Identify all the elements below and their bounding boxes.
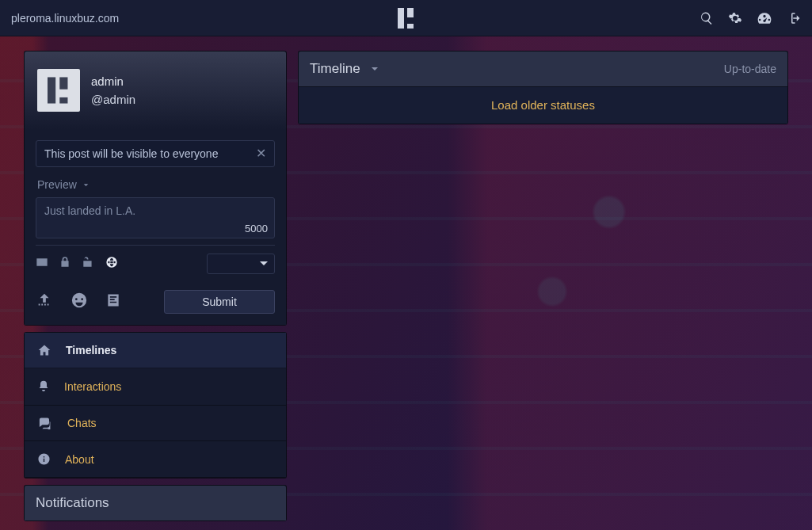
svg-rect-3 <box>48 77 55 103</box>
home-icon <box>37 344 51 357</box>
user-card[interactable]: admin @admin <box>25 51 286 129</box>
nav-label: Timelines <box>66 344 116 357</box>
notifications-header: Notifications <box>25 486 286 520</box>
compose-action-icons <box>36 292 121 312</box>
gauge-icon[interactable] <box>757 11 772 25</box>
instance-logo[interactable] <box>398 8 415 29</box>
post-composer: This post will be visible to everyone ✕ … <box>25 129 286 325</box>
char-counter: 5000 <box>245 223 268 234</box>
svg-rect-1 <box>407 8 414 17</box>
svg-rect-4 <box>59 77 67 89</box>
scope-row <box>36 245 275 274</box>
main-content: admin @admin This post will be visible t… <box>0 36 812 530</box>
topbar-actions <box>700 11 801 25</box>
compose-textarea[interactable] <box>36 198 274 234</box>
unlock-icon[interactable] <box>82 256 94 272</box>
left-column: admin @admin This post will be visible t… <box>24 51 287 516</box>
chats-icon <box>37 417 53 429</box>
user-names: admin @admin <box>91 74 135 106</box>
timeline-status: Up-to-date <box>724 63 776 75</box>
avatar <box>37 69 80 112</box>
timeline-title-text: Timeline <box>310 61 360 77</box>
search-icon[interactable] <box>700 11 714 25</box>
user-compose-panel: admin @admin This post will be visible t… <box>24 51 287 326</box>
globe-icon[interactable] <box>105 256 118 272</box>
compose-actions: Submit <box>36 290 275 314</box>
close-icon[interactable]: ✕ <box>256 147 266 160</box>
gear-icon[interactable] <box>728 11 742 25</box>
lock-icon[interactable] <box>59 256 71 272</box>
timeline-header: Timeline Up-to-date <box>299 51 787 86</box>
nav-item-interactions[interactable]: Interactions <box>25 368 286 406</box>
chevron-down-icon <box>368 63 381 75</box>
preview-toggle[interactable]: Preview <box>37 178 273 191</box>
load-older-label: Load older statuses <box>491 98 595 112</box>
submit-button[interactable]: Submit <box>164 290 275 314</box>
user-handle: @admin <box>91 93 135 106</box>
chevron-down-icon <box>82 181 90 189</box>
nav-panel: Timelines Interactions Chats About <box>24 332 287 479</box>
envelope-icon[interactable] <box>36 257 48 271</box>
svg-rect-2 <box>407 24 414 29</box>
svg-rect-0 <box>398 8 404 29</box>
nav-label: About <box>65 453 94 466</box>
bell-icon <box>37 379 50 394</box>
svg-rect-5 <box>59 97 67 104</box>
upload-icon[interactable] <box>36 292 53 312</box>
user-display-name: admin <box>91 74 135 88</box>
load-older-button[interactable]: Load older statuses <box>299 86 787 124</box>
nav-label: Chats <box>67 417 97 429</box>
nav-item-about[interactable]: About <box>25 441 286 478</box>
site-title[interactable]: pleroma.linuxbuz.com <box>11 12 119 25</box>
preview-label: Preview <box>37 178 77 191</box>
right-column: Timeline Up-to-date Load older statuses <box>298 51 788 516</box>
visibility-notice: This post will be visible to everyone ✕ <box>36 140 275 167</box>
poll-icon[interactable] <box>105 292 121 312</box>
language-select[interactable] <box>207 254 275 274</box>
timeline-panel: Timeline Up-to-date Load older statuses <box>298 51 788 124</box>
compose-text-wrap: 5000 <box>36 197 275 238</box>
nav-item-chats[interactable]: Chats <box>25 406 286 441</box>
timeline-title[interactable]: Timeline <box>310 61 381 77</box>
notifications-panel: Notifications <box>24 485 287 521</box>
logout-icon[interactable] <box>787 11 801 25</box>
visibility-notice-text: This post will be visible to everyone <box>44 147 218 160</box>
emoji-icon[interactable] <box>71 292 88 312</box>
nav-label: Interactions <box>64 380 121 393</box>
top-nav: pleroma.linuxbuz.com <box>0 0 812 36</box>
nav-item-timelines[interactable]: Timelines <box>25 333 286 368</box>
info-icon <box>37 452 51 466</box>
